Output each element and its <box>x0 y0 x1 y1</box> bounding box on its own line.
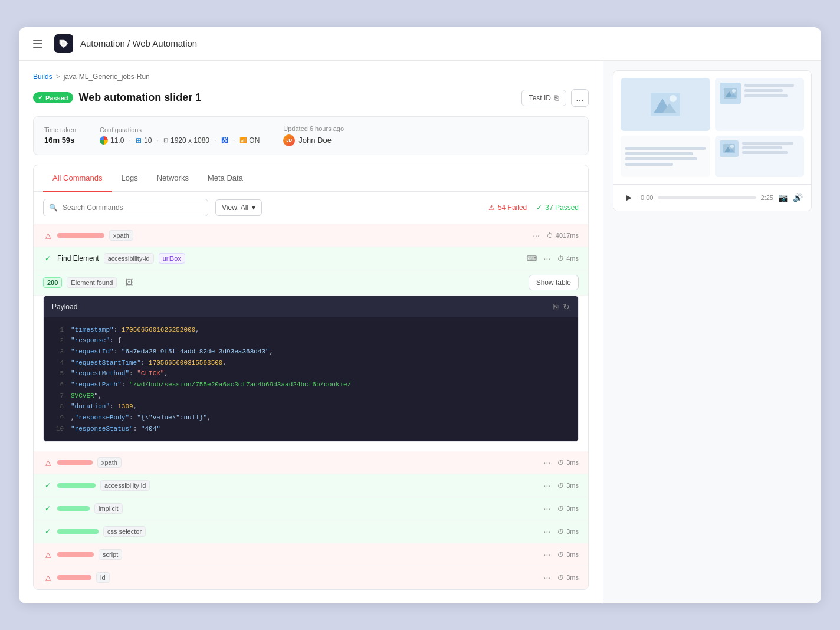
cmd-progress-bar <box>57 575 91 580</box>
config-info: Time taken 16m 59s Configurations 11.0 ·… <box>33 116 589 155</box>
show-table-button[interactable]: Show table <box>529 275 579 290</box>
clock-icon: ⏱ <box>547 232 553 239</box>
test-header-left: ✓ Passed Web automation slider 1 <box>33 91 201 104</box>
view-select[interactable]: View: All ▾ <box>215 199 262 216</box>
search-icon: 🔍 <box>49 204 58 212</box>
resolution-tag: ⊡ 1920 x 1080 <box>163 136 209 145</box>
tab-logs[interactable]: Logs <box>112 165 147 192</box>
error-icon: △ <box>43 550 52 559</box>
cmd-tag: xpath <box>97 457 122 468</box>
cmd-tag: id <box>96 572 110 583</box>
cmd-tag: accessibility id <box>100 480 150 491</box>
nav-title: Automation / Web Automation <box>80 38 197 48</box>
more-icon[interactable]: ··· <box>544 527 551 536</box>
screenshot-item <box>621 136 710 177</box>
screenshot-item <box>621 78 710 131</box>
more-icon[interactable]: ··· <box>544 481 551 490</box>
payload-section: Payload ⎘ ↻ 1"timestamp": 17056656016252… <box>43 296 579 442</box>
on-tag: 📶 ON <box>239 136 260 145</box>
video-actions: 📷 🔊 <box>778 193 803 202</box>
cmd-tag-xpath: xpath <box>109 230 133 241</box>
breadcrumb-builds[interactable]: Builds <box>33 73 52 81</box>
screenshot-item <box>715 78 805 131</box>
more-icon[interactable]: ··· <box>544 504 551 513</box>
user-info: JD John Doe <box>283 134 344 146</box>
copy-payload-icon[interactable]: ⎘ <box>553 302 558 311</box>
chrome-tag: 11.0 <box>100 136 124 145</box>
error-icon: △ <box>43 231 52 240</box>
breadcrumb: Builds > java-ML_Generic_jobs-Run <box>33 73 589 81</box>
camera-icon[interactable]: 📷 <box>778 193 788 202</box>
volume-icon[interactable]: 🔊 <box>793 193 803 202</box>
payload-actions: ⎘ ↻ <box>553 302 570 311</box>
screenshot-grid <box>613 71 811 184</box>
cmd-progress-bar <box>57 460 93 465</box>
failed-stat: ⚠ 54 Failed <box>488 204 527 212</box>
screenshot-item <box>715 136 805 177</box>
clock-icon: ⏱ <box>557 528 564 535</box>
test-header-right: Test ID ⎘ ... <box>521 89 589 107</box>
http-code-badge: 200 <box>43 277 62 288</box>
passed-badge: ✓ Passed <box>33 92 73 103</box>
chevron-down-icon: ▾ <box>252 204 255 212</box>
table-row: △ script ··· ⏱ 3ms <box>34 543 588 566</box>
app-logo <box>54 34 73 53</box>
search-wrap: 🔍 <box>43 199 208 216</box>
hamburger-button[interactable] <box>31 35 47 52</box>
clock-icon: ⏱ <box>557 255 564 262</box>
tabs-header: All Commands Logs Networks Meta Data <box>34 165 588 192</box>
progress-bar[interactable] <box>658 196 756 199</box>
top-nav: Automation / Web Automation <box>19 27 821 61</box>
tab-networks[interactable]: Networks <box>147 165 198 192</box>
cmd-time: ⏱ 3ms <box>557 505 579 512</box>
table-row: ✓ Find Element accessibility-id urlBox ⌨… <box>34 247 588 270</box>
more-icon[interactable]: ··· <box>544 550 551 559</box>
element-found-row: 200 Element found 🖼 Show table <box>34 270 588 296</box>
check-icon: ✓ <box>38 94 43 101</box>
table-row: ✓ implicit ··· ⏱ 3ms <box>34 497 588 520</box>
tab-meta-data[interactable]: Meta Data <box>198 165 252 192</box>
cmd-tag: implicit <box>94 503 123 514</box>
cmd-time: ⏱ 4ms <box>557 255 579 262</box>
error-icon: △ <box>43 573 52 582</box>
more-options-button[interactable]: ... <box>571 89 589 107</box>
cmd-time: ⏱ 3ms <box>557 459 579 466</box>
pass-icon: ✓ <box>43 527 52 536</box>
cmd-time: ⏱ 3ms <box>557 551 579 558</box>
stats-area: ⚠ 54 Failed ✓ 37 Passed <box>488 204 579 212</box>
clock-icon: ⏱ <box>557 574 564 581</box>
windows-tag: ⊞ 10 <box>136 136 152 145</box>
svg-point-3 <box>670 95 677 102</box>
refresh-icon[interactable]: ↻ <box>563 302 570 311</box>
table-row: ✓ css selector ··· ⏱ 3ms <box>34 520 588 543</box>
table-row: △ xpath ··· ⏱ 3ms <box>34 451 588 474</box>
test-header: ✓ Passed Web automation slider 1 Test ID… <box>33 89 589 107</box>
error-icon: △ <box>43 458 52 467</box>
more-icon[interactable]: ··· <box>533 231 540 240</box>
cmd-time: ⏱ 3ms <box>557 574 579 581</box>
test-title: Web automation slider 1 <box>79 91 202 104</box>
clock-icon: ⏱ <box>557 551 564 558</box>
svg-point-11 <box>730 145 734 148</box>
breadcrumb-run: java-ML_Generic_jobs-Run <box>64 73 150 81</box>
more-icon[interactable]: ··· <box>544 458 551 467</box>
avatar: JD <box>283 134 295 146</box>
test-id-button[interactable]: Test ID ⎘ <box>521 90 566 106</box>
cmd-progress-bar <box>57 506 90 511</box>
play-button[interactable]: ▶ <box>622 191 636 205</box>
configurations: Configurations 11.0 · ⊞ 10 · <box>100 126 260 145</box>
payload-header: Payload ⎘ ↻ <box>44 296 578 317</box>
more-icon[interactable]: ··· <box>544 254 551 263</box>
breadcrumb-sep1: > <box>56 73 60 81</box>
table-row: △ id ··· ⏱ 3ms <box>34 566 588 589</box>
cmd-progress-bar <box>57 483 96 488</box>
search-input[interactable] <box>43 199 208 216</box>
app-container: Automation / Web Automation Builds > jav… <box>19 27 821 603</box>
image-icon[interactable]: 🖼 <box>122 275 136 290</box>
right-panel: ▶ 0:00 2:25 📷 🔊 Sé cy <box>603 61 821 603</box>
tab-all-commands[interactable]: All Commands <box>43 165 112 192</box>
cmd-tag-urlbox: urlBox <box>159 253 185 264</box>
element-found-label: Element found <box>67 277 117 288</box>
more-icon[interactable]: ··· <box>544 573 551 582</box>
cmd-time: ⏱ 4017ms <box>547 232 579 239</box>
